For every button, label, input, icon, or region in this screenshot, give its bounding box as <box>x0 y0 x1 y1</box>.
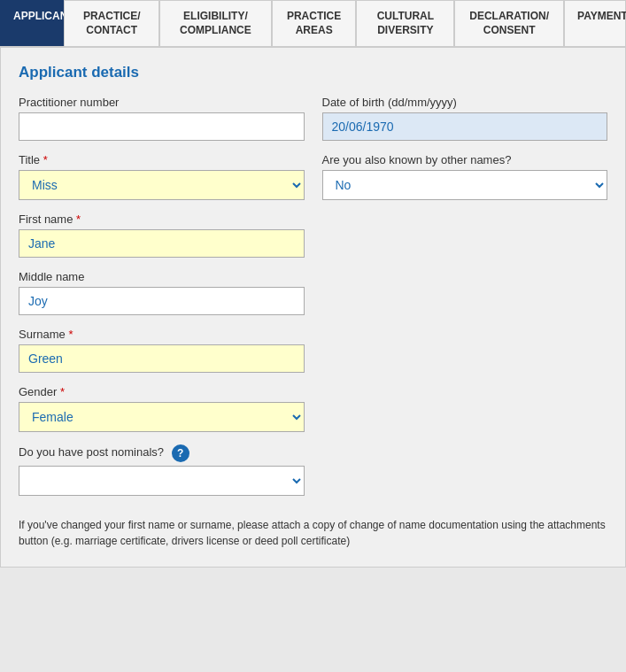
tab-practice-areas[interactable]: PRACTICE AREAS <box>272 0 357 46</box>
title-select[interactable]: Mr Mrs Miss Ms Dr Prof <box>19 170 305 200</box>
surname-group: Surname * <box>19 328 305 373</box>
tab-practice-contact[interactable]: PRACTICE/ CONTACT <box>64 0 159 46</box>
middle-name-group: Middle name <box>19 270 305 315</box>
tab-eligibility-compliance[interactable]: ELIGIBILITY/ COMPLIANCE <box>159 0 272 46</box>
tab-cultural-diversity[interactable]: CULTURAL DIVERSITY <box>356 0 454 46</box>
tab-applicant[interactable]: APPLICANT <box>0 0 64 46</box>
practitioner-number-input[interactable] <box>19 112 305 141</box>
left-column: Practitioner number Title * Mr Mrs Miss … <box>19 96 305 508</box>
title-group: Title * Mr Mrs Miss Ms Dr Prof <box>19 153 305 200</box>
tab-bar: APPLICANT PRACTICE/ CONTACT ELIGIBILITY/… <box>0 0 626 48</box>
post-nominals-select[interactable]: Yes No <box>19 466 305 496</box>
first-name-group: First name * <box>19 212 305 258</box>
title-label: Title * <box>19 153 305 166</box>
dob-group: Date of birth (dd/mm/yyyy) <box>322 96 608 141</box>
first-name-input[interactable] <box>19 229 305 258</box>
applicant-details-section: Applicant details Practitioner number Ti… <box>0 48 626 568</box>
title-required-marker: * <box>43 153 48 166</box>
practitioner-number-label: Practitioner number <box>19 96 305 109</box>
gender-label: Gender * <box>19 385 305 398</box>
footnote: If you've changed your first name or sur… <box>19 517 607 549</box>
gender-select[interactable]: Male Female Other Prefer not to say <box>19 402 305 432</box>
surname-required-marker: * <box>68 328 73 341</box>
first-name-required-marker: * <box>76 212 81 226</box>
gender-group: Gender * Male Female Other Prefer not to… <box>19 385 305 432</box>
form-layout: Practitioner number Title * Mr Mrs Miss … <box>19 96 607 508</box>
surname-label: Surname * <box>19 328 305 341</box>
surname-input[interactable] <box>19 344 305 373</box>
middle-name-label: Middle name <box>19 270 305 283</box>
other-names-label: Are you also known by other names? <box>322 153 608 166</box>
dob-label: Date of birth (dd/mm/yyyy) <box>322 96 608 109</box>
post-nominals-help-icon[interactable]: ? <box>172 444 189 462</box>
tab-declaration-consent[interactable]: DECLARATION/ CONSENT <box>454 0 564 46</box>
practitioner-number-group: Practitioner number <box>19 96 305 141</box>
other-names-group: Are you also known by other names? No Ye… <box>322 153 608 200</box>
middle-name-input[interactable] <box>19 287 305 315</box>
dob-input[interactable] <box>322 112 608 141</box>
post-nominals-label: Do you have post nominals? ? <box>19 444 305 462</box>
other-names-select[interactable]: No Yes <box>322 170 608 200</box>
section-title: Applicant details <box>19 64 607 81</box>
tab-payment[interactable]: PAYMENT <box>564 0 626 46</box>
right-column: Date of birth (dd/mm/yyyy) Are you also … <box>322 96 608 508</box>
first-name-label: First name * <box>19 212 305 226</box>
gender-required-marker: * <box>60 385 65 398</box>
post-nominals-group: Do you have post nominals? ? Yes No <box>19 444 305 496</box>
